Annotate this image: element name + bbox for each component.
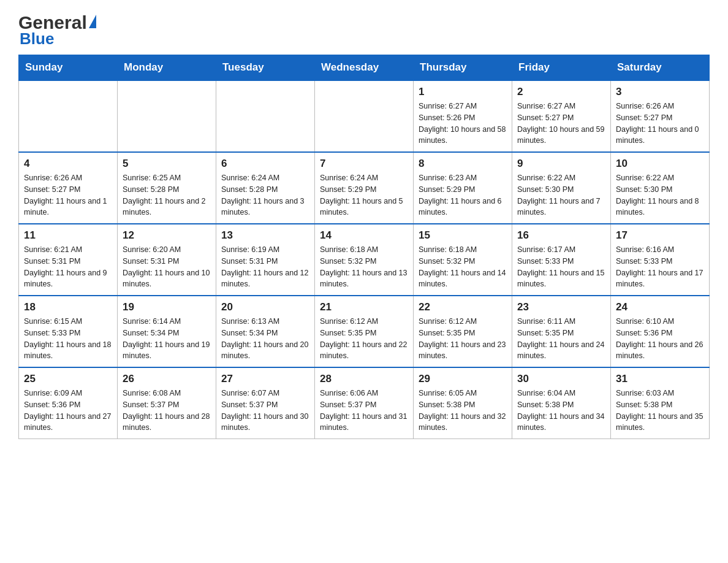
calendar-cell: 26Sunrise: 6:08 AMSunset: 5:37 PMDayligh… xyxy=(118,367,216,439)
day-info: Sunrise: 6:12 AMSunset: 5:35 PMDaylight:… xyxy=(320,316,408,362)
header-wednesday: Wednesday xyxy=(315,55,414,81)
day-info: Sunrise: 6:11 AMSunset: 5:35 PMDaylight:… xyxy=(517,316,605,362)
day-number: 23 xyxy=(517,301,605,313)
week-row-3: 11Sunrise: 6:21 AMSunset: 5:31 PMDayligh… xyxy=(19,224,710,296)
calendar-cell: 15Sunrise: 6:18 AMSunset: 5:32 PMDayligh… xyxy=(414,224,512,296)
week-row-5: 25Sunrise: 6:09 AMSunset: 5:36 PMDayligh… xyxy=(19,367,710,439)
day-number: 30 xyxy=(517,373,605,385)
calendar-cell: 10Sunrise: 6:22 AMSunset: 5:30 PMDayligh… xyxy=(611,152,710,224)
day-number: 7 xyxy=(320,158,408,170)
day-number: 15 xyxy=(419,229,507,242)
logo: General Blue xyxy=(18,12,96,48)
calendar-cell: 25Sunrise: 6:09 AMSunset: 5:36 PMDayligh… xyxy=(19,367,118,439)
day-number: 19 xyxy=(123,301,211,313)
day-number: 29 xyxy=(419,373,507,385)
day-info: Sunrise: 6:07 AMSunset: 5:37 PMDaylight:… xyxy=(221,388,309,434)
calendar-cell: 19Sunrise: 6:14 AMSunset: 5:34 PMDayligh… xyxy=(118,296,216,367)
week-row-2: 4Sunrise: 6:26 AMSunset: 5:27 PMDaylight… xyxy=(19,152,710,224)
day-info: Sunrise: 6:18 AMSunset: 5:32 PMDaylight:… xyxy=(419,244,507,290)
calendar-cell xyxy=(315,80,414,152)
header-sunday: Sunday xyxy=(19,55,118,81)
logo-blue: Blue xyxy=(20,29,54,48)
day-number: 13 xyxy=(221,229,309,242)
day-number: 24 xyxy=(616,301,704,313)
day-info: Sunrise: 6:24 AMSunset: 5:29 PMDaylight:… xyxy=(320,172,408,218)
day-number: 8 xyxy=(419,158,507,170)
day-info: Sunrise: 6:22 AMSunset: 5:30 PMDaylight:… xyxy=(616,172,704,218)
calendar-cell: 4Sunrise: 6:26 AMSunset: 5:27 PMDaylight… xyxy=(19,152,118,224)
day-info: Sunrise: 6:26 AMSunset: 5:27 PMDaylight:… xyxy=(616,101,704,147)
day-info: Sunrise: 6:24 AMSunset: 5:28 PMDaylight:… xyxy=(221,172,309,218)
calendar-cell: 14Sunrise: 6:18 AMSunset: 5:32 PMDayligh… xyxy=(315,224,414,296)
calendar-cell: 2Sunrise: 6:27 AMSunset: 5:27 PMDaylight… xyxy=(512,80,611,152)
day-number: 20 xyxy=(221,301,309,313)
day-info: Sunrise: 6:08 AMSunset: 5:37 PMDaylight:… xyxy=(123,388,211,434)
day-number: 28 xyxy=(320,373,408,385)
day-info: Sunrise: 6:17 AMSunset: 5:33 PMDaylight:… xyxy=(517,244,605,290)
calendar-cell xyxy=(118,80,216,152)
day-number: 11 xyxy=(24,229,112,242)
day-info: Sunrise: 6:13 AMSunset: 5:34 PMDaylight:… xyxy=(221,316,309,362)
day-number: 1 xyxy=(419,86,507,98)
calendar-cell: 27Sunrise: 6:07 AMSunset: 5:37 PMDayligh… xyxy=(216,367,315,439)
calendar-cell: 29Sunrise: 6:05 AMSunset: 5:38 PMDayligh… xyxy=(414,367,512,439)
calendar-cell: 9Sunrise: 6:22 AMSunset: 5:30 PMDaylight… xyxy=(512,152,611,224)
calendar-cell xyxy=(216,80,315,152)
day-number: 22 xyxy=(419,301,507,313)
calendar-cell: 21Sunrise: 6:12 AMSunset: 5:35 PMDayligh… xyxy=(315,296,414,367)
day-info: Sunrise: 6:25 AMSunset: 5:28 PMDaylight:… xyxy=(123,172,211,218)
day-number: 16 xyxy=(517,229,605,242)
day-info: Sunrise: 6:03 AMSunset: 5:38 PMDaylight:… xyxy=(616,388,704,434)
day-number: 12 xyxy=(123,229,211,242)
calendar-table: Sunday Monday Tuesday Wednesday Thursday… xyxy=(18,55,710,439)
day-info: Sunrise: 6:27 AMSunset: 5:27 PMDaylight:… xyxy=(517,101,605,147)
week-row-4: 18Sunrise: 6:15 AMSunset: 5:33 PMDayligh… xyxy=(19,296,710,367)
day-number: 21 xyxy=(320,301,408,313)
day-info: Sunrise: 6:10 AMSunset: 5:36 PMDaylight:… xyxy=(616,316,704,362)
header-friday: Friday xyxy=(512,55,611,81)
calendar-cell: 16Sunrise: 6:17 AMSunset: 5:33 PMDayligh… xyxy=(512,224,611,296)
day-number: 25 xyxy=(24,373,112,385)
day-number: 14 xyxy=(320,229,408,242)
page-header: General Blue xyxy=(18,12,710,48)
calendar-cell: 20Sunrise: 6:13 AMSunset: 5:34 PMDayligh… xyxy=(216,296,315,367)
day-info: Sunrise: 6:05 AMSunset: 5:38 PMDaylight:… xyxy=(419,388,507,434)
header-thursday: Thursday xyxy=(414,55,512,81)
day-info: Sunrise: 6:21 AMSunset: 5:31 PMDaylight:… xyxy=(24,244,112,290)
day-number: 18 xyxy=(24,301,112,313)
calendar-cell: 31Sunrise: 6:03 AMSunset: 5:38 PMDayligh… xyxy=(611,367,710,439)
calendar-cell: 7Sunrise: 6:24 AMSunset: 5:29 PMDaylight… xyxy=(315,152,414,224)
week-row-1: 1Sunrise: 6:27 AMSunset: 5:26 PMDaylight… xyxy=(19,80,710,152)
calendar-cell: 11Sunrise: 6:21 AMSunset: 5:31 PMDayligh… xyxy=(19,224,118,296)
day-info: Sunrise: 6:18 AMSunset: 5:32 PMDaylight:… xyxy=(320,244,408,290)
day-number: 17 xyxy=(616,229,704,242)
day-info: Sunrise: 6:04 AMSunset: 5:38 PMDaylight:… xyxy=(517,388,605,434)
day-info: Sunrise: 6:16 AMSunset: 5:33 PMDaylight:… xyxy=(616,244,704,290)
header-monday: Monday xyxy=(118,55,216,81)
day-number: 26 xyxy=(123,373,211,385)
day-info: Sunrise: 6:20 AMSunset: 5:31 PMDaylight:… xyxy=(123,244,211,290)
day-info: Sunrise: 6:23 AMSunset: 5:29 PMDaylight:… xyxy=(419,172,507,218)
day-info: Sunrise: 6:09 AMSunset: 5:36 PMDaylight:… xyxy=(24,388,112,434)
day-number: 10 xyxy=(616,158,704,170)
calendar-cell: 1Sunrise: 6:27 AMSunset: 5:26 PMDaylight… xyxy=(414,80,512,152)
calendar-cell: 22Sunrise: 6:12 AMSunset: 5:35 PMDayligh… xyxy=(414,296,512,367)
day-info: Sunrise: 6:19 AMSunset: 5:31 PMDaylight:… xyxy=(221,244,309,290)
day-info: Sunrise: 6:15 AMSunset: 5:33 PMDaylight:… xyxy=(24,316,112,362)
day-info: Sunrise: 6:22 AMSunset: 5:30 PMDaylight:… xyxy=(517,172,605,218)
calendar-cell: 6Sunrise: 6:24 AMSunset: 5:28 PMDaylight… xyxy=(216,152,315,224)
calendar-cell: 3Sunrise: 6:26 AMSunset: 5:27 PMDaylight… xyxy=(611,80,710,152)
day-info: Sunrise: 6:27 AMSunset: 5:26 PMDaylight:… xyxy=(419,101,507,147)
calendar-cell: 30Sunrise: 6:04 AMSunset: 5:38 PMDayligh… xyxy=(512,367,611,439)
day-number: 27 xyxy=(221,373,309,385)
calendar-cell: 18Sunrise: 6:15 AMSunset: 5:33 PMDayligh… xyxy=(19,296,118,367)
calendar-cell: 5Sunrise: 6:25 AMSunset: 5:28 PMDaylight… xyxy=(118,152,216,224)
calendar-header-row: Sunday Monday Tuesday Wednesday Thursday… xyxy=(19,55,710,81)
calendar-cell: 24Sunrise: 6:10 AMSunset: 5:36 PMDayligh… xyxy=(611,296,710,367)
calendar-cell: 28Sunrise: 6:06 AMSunset: 5:37 PMDayligh… xyxy=(315,367,414,439)
day-number: 2 xyxy=(517,86,605,98)
day-info: Sunrise: 6:06 AMSunset: 5:37 PMDaylight:… xyxy=(320,388,408,434)
day-number: 3 xyxy=(616,86,704,98)
calendar-cell: 23Sunrise: 6:11 AMSunset: 5:35 PMDayligh… xyxy=(512,296,611,367)
header-tuesday: Tuesday xyxy=(216,55,315,81)
